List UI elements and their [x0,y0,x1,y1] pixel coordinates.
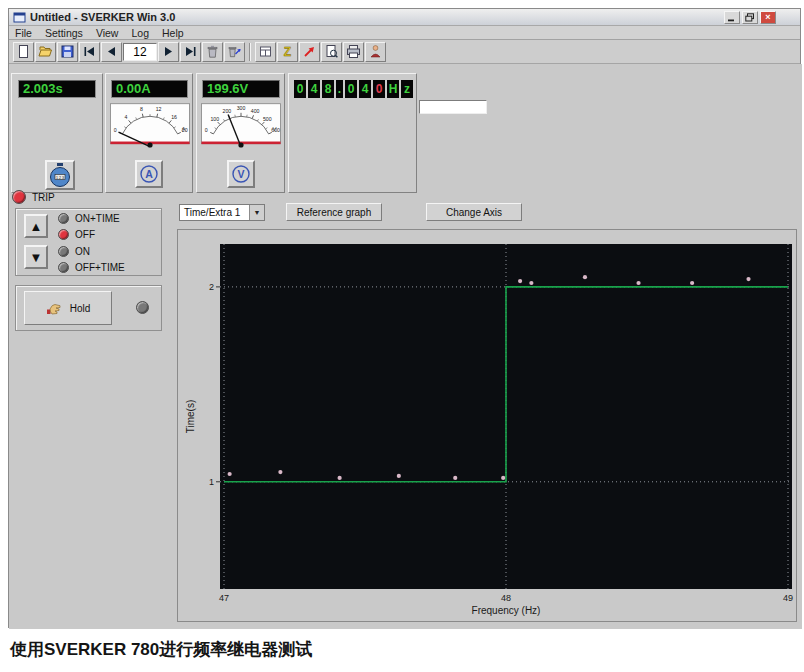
menu-help[interactable]: Help [162,27,184,39]
frequency-digit: 8 [322,80,334,98]
last-record-icon[interactable] [180,42,201,62]
printer-icon[interactable] [343,42,364,62]
arrow-down-icon: ▼ [30,250,43,265]
menu-file[interactable]: File [15,27,32,39]
frequency-digit: . [336,80,343,98]
frequency-digit: 0 [373,80,385,98]
mode-label-on: ON [75,246,90,257]
main-area: 2.003s 1 2 3 0.00A 048121620A A [9,64,802,629]
mode-down-button[interactable]: ▼ [24,245,48,269]
svg-text:1 2 3: 1 2 3 [56,176,64,180]
frequency-time-chart: 47484912Frequency (Hz)Time(s) [178,230,796,621]
window-title: Untitled - SVERKER Win 3.0 [30,11,720,23]
voltmeter-button[interactable]: V [227,160,255,188]
frequency-panel: 048.040Hz [288,73,417,193]
app-window: Untitled - SVERKER Win 3.0 × File Settin… [8,8,801,628]
svg-text:Z: Z [284,45,291,59]
ammeter-panel: 0.00A 048121620A A [105,73,193,193]
menu-view[interactable]: View [96,27,119,39]
z-sequence-icon[interactable]: Z [277,42,298,62]
mode-option-row: OFF [58,229,95,240]
mode-label-off: OFF [75,229,95,240]
menu-bar: File Settings View Log Help [9,26,800,40]
svg-text:A: A [145,168,153,180]
close-icon[interactable]: × [760,11,776,24]
mode-option-row: ON+TIME [58,213,120,224]
menu-log[interactable]: Log [131,27,149,39]
frequency-digit: z [401,80,413,98]
voltmeter-panel: 199.6V 0100200300400500600V V [196,73,285,193]
previous-record-icon[interactable] [101,42,122,62]
timer-panel: 2.003s 1 2 3 [11,73,103,193]
open-folder-icon[interactable] [35,42,56,62]
red-arrow-icon[interactable] [299,42,320,62]
menu-settings[interactable]: Settings [45,27,83,39]
chevron-down-icon[interactable]: ▼ [249,205,264,220]
svg-text:12: 12 [156,106,162,112]
mode-label-on-time: ON+TIME [75,213,120,224]
print-preview-icon[interactable] [321,42,342,62]
svg-text:2: 2 [209,282,214,292]
graph-type-dropdown[interactable]: Time/Extra 1 ▼ [179,204,265,221]
trip-indicator: TRIP [12,190,55,204]
save-icon[interactable] [57,42,78,62]
a-circle-icon: A [139,164,159,184]
minimize-icon[interactable] [724,11,740,24]
trip-label: TRIP [32,192,55,203]
mode-led-on-time [58,213,69,224]
app-icon [13,12,26,23]
frequency-digit: 4 [308,80,320,98]
current-display: 0.00A [111,80,188,98]
svg-text:V: V [237,168,244,180]
svg-text:0: 0 [205,127,208,133]
toolbar: Z [9,40,800,64]
hold-label: Hold [70,303,91,314]
svg-text:8: 8 [140,106,143,112]
svg-text:Frequency (Hz): Frequency (Hz) [472,605,541,616]
next-record-icon[interactable] [158,42,179,62]
hold-led [136,301,149,314]
change-axis-button[interactable]: Change Axis [426,203,522,221]
hold-group: Hold [15,285,162,331]
time-display: 2.003s [18,80,96,98]
frequency-digit: 0 [294,80,306,98]
trash-icon[interactable] [202,42,223,62]
hold-button[interactable]: Hold [24,291,112,325]
svg-text:16: 16 [171,114,177,120]
extra-input[interactable] [419,100,487,114]
v-circle-icon: V [231,164,251,184]
stopwatch-button[interactable]: 1 2 3 [45,160,75,190]
mode-option-row: OFF+TIME [58,262,125,273]
mode-label-off-time: OFF+TIME [75,262,125,273]
hand-icon [46,300,62,316]
title-bar: Untitled - SVERKER Win 3.0 × [9,9,800,26]
stopwatch-icon: 1 2 3 [48,162,72,188]
first-record-icon[interactable] [79,42,100,62]
svg-text:200: 200 [223,108,232,114]
ammeter-gauge: 048121620A [110,102,190,148]
svg-text:49: 49 [783,593,793,603]
record-number-input[interactable] [123,43,157,61]
svg-text:500: 500 [263,116,272,122]
svg-text:300: 300 [237,105,246,111]
svg-text:48: 48 [501,593,511,603]
mode-led-on [58,246,69,257]
caption: 使用SVERKER 780进行频率继电器测试 [10,638,312,661]
voltage-display: 199.6V [202,80,280,98]
trash-restore-icon[interactable] [224,42,245,62]
svg-text:47: 47 [219,593,229,603]
mode-up-button[interactable]: ▲ [24,214,48,238]
arrow-up-icon: ▲ [30,219,43,234]
reference-graph-button[interactable]: Reference graph [286,203,382,221]
voltmeter-gauge: 0100200300400500600V [201,102,281,148]
svg-text:100: 100 [210,116,219,122]
restore-icon[interactable] [742,11,758,24]
report-icon[interactable] [255,42,276,62]
svg-text:4: 4 [124,114,127,120]
ammeter-button[interactable]: A [135,160,163,188]
svg-text:Time(s): Time(s) [185,400,196,434]
person-icon[interactable] [365,42,386,62]
mode-option-row: ON [58,246,90,257]
new-file-icon[interactable] [13,42,34,62]
toolbar-separator [249,43,251,61]
